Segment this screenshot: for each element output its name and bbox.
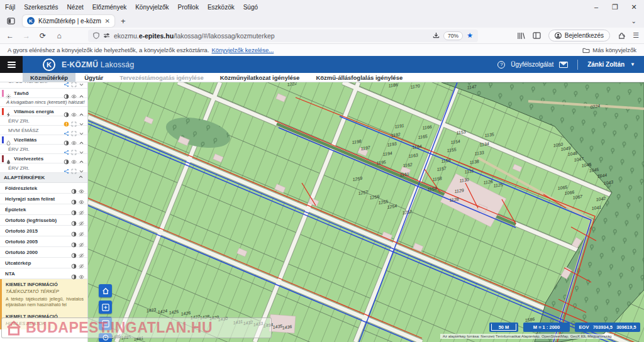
support-link[interactable]: Ügyfélszolgálat [511, 61, 553, 68]
download-icon[interactable] [433, 32, 440, 39]
contrast-icon[interactable] [71, 250, 77, 255]
nav-tab-k-zm-nyilatkozat-ig-nyl-se[interactable]: Közműnyilatkozat igénylése [213, 73, 308, 82]
other-bookmarks-button[interactable]: Más könyvjelzők [592, 47, 636, 53]
help-icon[interactable]: ? [497, 61, 505, 69]
contrast-icon[interactable] [71, 185, 77, 191]
layer-group-villamos-energia[interactable]: Villamos energia [0, 107, 87, 116]
extensions-icon[interactable] [618, 32, 625, 40]
eye-icon[interactable] [79, 196, 84, 202]
basemap-nta[interactable]: NTA [0, 268, 87, 279]
menu-nézet[interactable]: Nézet [67, 4, 84, 11]
forward-button[interactable]: → [21, 31, 31, 40]
chevup-icon[interactable] [79, 156, 84, 162]
eye-icon[interactable] [79, 185, 84, 191]
basemap--p-letek[interactable]: Épületek [0, 204, 87, 215]
contrast-icon[interactable] [71, 196, 77, 202]
tab-close-icon[interactable]: ✕ [105, 18, 110, 25]
eye-icon[interactable] [71, 109, 77, 114]
expand-icon[interactable] [71, 82, 77, 84]
basemap-ortofot-2015[interactable]: Ortofotó 2015 [0, 226, 87, 236]
expand-icon[interactable] [71, 128, 77, 133]
layer-provider--rv-zrt-[interactable]: ÉRV ZRt. [0, 116, 87, 126]
network-icon[interactable] [64, 128, 69, 133]
browser-tab-active[interactable]: K Közműtérkép | e-közmű ✕ [23, 15, 114, 27]
eyeoff-icon[interactable] [79, 260, 84, 266]
contrast-icon[interactable] [71, 239, 77, 245]
eye-icon[interactable] [79, 271, 84, 277]
layer-provider--rv-zrt-[interactable]: ÉRV ZRt. [0, 145, 87, 154]
address-field[interactable]: ekozmu.e-epites.hu/lakossag/#/lakossag/k… [88, 30, 478, 42]
eye-icon[interactable] [71, 91, 77, 96]
expand-icon[interactable] [71, 118, 77, 124]
contrast-icon[interactable] [71, 218, 77, 223]
app-menu-icon[interactable]: ☰ [633, 31, 639, 40]
contrast-icon[interactable] [64, 137, 69, 143]
contrast-icon[interactable] [64, 109, 69, 114]
menu-profilok[interactable]: Profilok [178, 4, 199, 11]
contrast-icon[interactable] [71, 271, 77, 277]
window-restore-button[interactable]: ❐ [610, 3, 620, 11]
layer-provider-mvm-m-sz[interactable]: MVM ÉMÁSZ [0, 126, 87, 135]
layer-group-t-vh-[interactable]: Távhő [0, 89, 87, 98]
expand-icon[interactable] [71, 165, 77, 171]
eye-icon[interactable] [71, 137, 77, 143]
menu-előzmények[interactable]: Előzmények [92, 4, 126, 11]
basemap-helyrajzi-sz-m-felirat[interactable]: Helyrajzi szám felirat [0, 194, 87, 204]
map-zoom-out-button[interactable] [99, 317, 112, 330]
eyeoff-icon[interactable] [79, 239, 84, 245]
list-all-tabs-icon[interactable]: ⌄ [631, 18, 636, 25]
eyeoff-icon[interactable] [79, 207, 84, 212]
eyeoff-icon[interactable] [79, 228, 84, 234]
chevdown-icon[interactable] [79, 146, 84, 152]
contrast-icon[interactable] [64, 156, 69, 162]
chevup-icon[interactable] [79, 91, 84, 96]
basemap-ortofot-2005[interactable]: Ortofotó 2005 [0, 236, 87, 247]
utility-map[interactable]: 1222118611701147022411911192119311941195… [88, 82, 644, 342]
firefox-view-icon[interactable] [4, 16, 18, 26]
basemap-f-ldr-szletek[interactable]: Földrészletek [0, 183, 87, 194]
basemap-ortofot-legfrissebb-[interactable]: Ortofotó (legfrissebb) [0, 215, 87, 226]
chevup-icon[interactable] [78, 174, 84, 181]
map-zoom-in-button[interactable] [99, 301, 112, 314]
chevdown-icon[interactable] [79, 118, 84, 124]
menu-szerkesztés[interactable]: Szerkesztés [24, 4, 58, 11]
manage-bookmarks-link[interactable]: Könyvjelzők kezelése... [212, 47, 274, 53]
layer-group-v-zell-t-s[interactable]: Vízellátás [0, 135, 87, 145]
chevdown-icon[interactable] [79, 128, 84, 133]
basemap-utcat-rk-p[interactable]: Utcatérkép [0, 258, 87, 268]
contrast-icon[interactable] [64, 91, 69, 96]
window-minimize-button[interactable]: – [591, 3, 601, 11]
nav-tab-tervez-st-mogat-s-ig-nyl-se[interactable]: Tervezéstámogatás igénylése [112, 73, 211, 82]
warning-icon[interactable] [64, 118, 69, 124]
map-viewport[interactable]: 1222118611701147022411911192119311941195… [88, 82, 644, 342]
basemap-ortofot-2000[interactable]: Ortofotó 2000 [0, 247, 87, 258]
menu-könyvjelzők[interactable]: Könyvjelzők [135, 4, 169, 11]
layer-provider-row[interactable]: OPUS TIGÁZ Zrt. [0, 82, 87, 89]
network-icon[interactable] [64, 82, 69, 84]
contrast-icon[interactable] [71, 260, 77, 266]
home-button[interactable]: ⌂ [54, 31, 64, 40]
menu-súgó[interactable]: Súgó [243, 4, 258, 11]
menu-fájl[interactable]: Fájl [5, 4, 15, 11]
eyeoff-icon[interactable] [79, 218, 84, 223]
zoom-level-indicator[interactable]: 70% [443, 31, 463, 40]
nav-tab-k-zm-t-rk-p[interactable]: Közműtérkép [23, 73, 75, 82]
chevup-icon[interactable] [79, 137, 84, 143]
contrast-icon[interactable] [71, 207, 77, 212]
nav-tab--gyt-r[interactable]: Ügytár [77, 73, 111, 82]
chevup-icon[interactable] [79, 109, 84, 114]
eye-icon[interactable] [71, 156, 77, 162]
user-menu-chevron-icon[interactable]: ▼ [630, 62, 635, 67]
sidebar-toggle-icon[interactable] [533, 32, 541, 39]
window-close-button[interactable]: ✕ [629, 3, 639, 11]
library-icon[interactable] [517, 32, 525, 40]
nav-tab-k-zm-ll-sfoglal-s-ig-nyl-se[interactable]: Közmű-állásfoglalás igénylése [308, 73, 410, 82]
eyeoff-icon[interactable] [79, 250, 84, 255]
expand-icon[interactable] [71, 146, 77, 152]
bookmark-star-icon[interactable]: ★ [467, 31, 473, 40]
network-icon[interactable] [64, 146, 69, 152]
reload-button[interactable]: ⟳ [38, 31, 48, 40]
mail-icon[interactable] [559, 62, 568, 68]
map-home-button[interactable] [99, 284, 112, 297]
user-menu[interactable]: Zánki Zoltán [587, 61, 625, 68]
